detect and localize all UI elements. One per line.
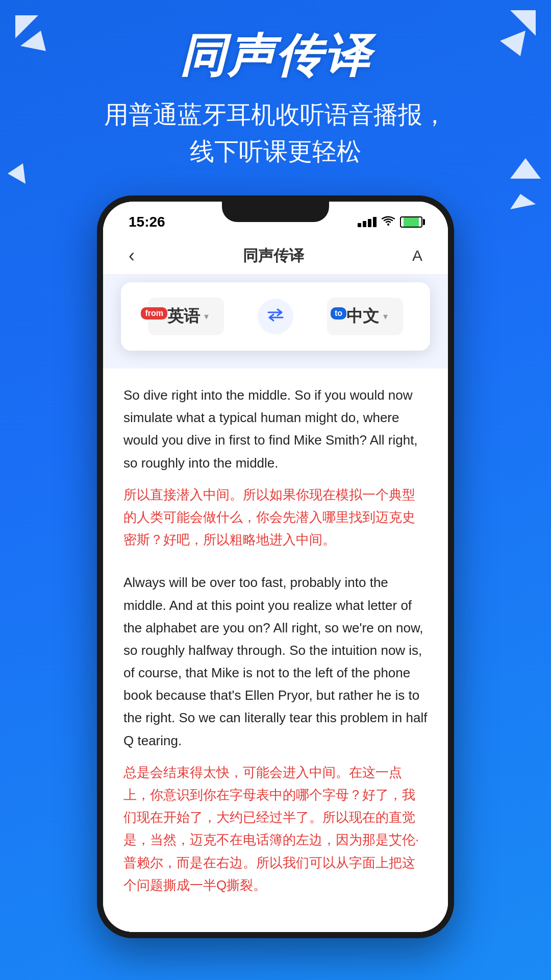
svg-point-0: [387, 224, 389, 226]
swap-icon: [266, 307, 285, 326]
subtitle-line1: 用普通蓝牙耳机收听语音播报，: [104, 101, 447, 128]
from-language-selector[interactable]: from 英语 ▾: [148, 298, 224, 335]
swap-language-button[interactable]: [258, 299, 293, 334]
to-badge: to: [331, 307, 346, 320]
paragraph-2-chinese: 总是会结束得太快，可能会进入中间。在这一点上，你意识到你在字母表中的哪个字母？好…: [123, 761, 428, 896]
phone-inner: 15:26: [103, 202, 448, 932]
paragraph-2: Always will be over too fast, probably i…: [123, 571, 428, 896]
header-section: 同声传译 用普通蓝牙耳机收听语音播报， 线下听课更轻松: [0, 0, 551, 170]
main-title: 同声传译: [0, 31, 551, 81]
status-time: 15:26: [129, 214, 165, 230]
lang-selector-card: from 英语 ▾: [121, 282, 430, 351]
content-area: So dive right into the middle. So if you…: [103, 369, 448, 932]
phone-container: 15:26: [0, 195, 551, 938]
wifi-icon: [382, 215, 395, 229]
paragraph-1-english: So dive right into the middle. So if you…: [123, 384, 428, 474]
phone-frame: 15:26: [97, 195, 454, 938]
subtitle-line2: 线下听课更轻松: [190, 138, 361, 165]
nav-bar: ‹ 同声传译 A: [103, 237, 448, 275]
paragraph-2-english: Always will be over too fast, probably i…: [123, 571, 428, 752]
back-button[interactable]: ‹: [129, 245, 135, 266]
to-language-text: 中文: [346, 305, 379, 328]
from-language-text: 英语: [167, 305, 200, 328]
from-badge: from: [141, 307, 167, 320]
status-bar: 15:26: [103, 202, 448, 237]
to-chevron-icon: ▾: [383, 311, 388, 322]
font-size-icon[interactable]: A: [412, 247, 422, 264]
paragraph-1: So dive right into the middle. So if you…: [123, 384, 428, 551]
status-icons: [358, 215, 422, 229]
battery-icon: [400, 216, 422, 228]
to-language-selector[interactable]: to 中文 ▾: [327, 298, 403, 335]
paragraph-1-chinese: 所以直接潜入中间。所以如果你现在模拟一个典型的人类可能会做什么，你会先潜入哪里找…: [123, 483, 428, 551]
signal-icon: [358, 217, 377, 227]
nav-title: 同声传译: [243, 246, 304, 266]
subtitle: 用普通蓝牙耳机收听语音播报， 线下听课更轻松: [0, 96, 551, 170]
from-chevron-icon: ▾: [204, 311, 209, 322]
notch: [222, 202, 329, 222]
